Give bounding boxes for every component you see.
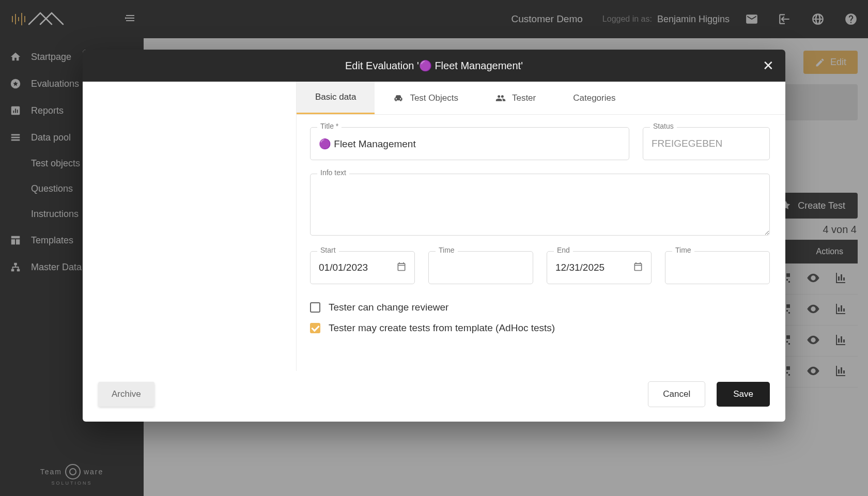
start-date-field: Start bbox=[310, 251, 415, 284]
close-icon[interactable]: ✕ bbox=[763, 59, 774, 72]
tab-label: Tester bbox=[512, 93, 536, 103]
start-time-field: Time bbox=[428, 251, 533, 284]
adhoc-tests-checkbox[interactable]: Tester may create tests from template (A… bbox=[310, 322, 770, 334]
status-field: Status FREIGEGEBEN bbox=[643, 127, 770, 160]
info-text-input[interactable] bbox=[310, 174, 770, 236]
end-time-field: Time bbox=[665, 251, 770, 284]
title-field: Title * bbox=[310, 127, 629, 160]
tab-tester[interactable]: Tester bbox=[477, 82, 554, 114]
tab-label: Basic data bbox=[315, 92, 356, 102]
modal-title: Edit Evaluation '🟣 Fleet Management' bbox=[345, 59, 523, 72]
checkbox-icon bbox=[310, 302, 320, 313]
form-area: Title * Status FREIGEGEBEN Info text bbox=[297, 115, 785, 371]
status-label: Status bbox=[650, 122, 677, 130]
modal-header: Edit Evaluation '🟣 Fleet Management' ✕ bbox=[83, 50, 785, 82]
checkbox-icon bbox=[310, 323, 320, 333]
edit-evaluation-modal: Edit Evaluation '🟣 Fleet Management' ✕ B… bbox=[83, 50, 785, 422]
archive-button[interactable]: Archive bbox=[98, 382, 154, 407]
tab-basic-data[interactable]: Basic data bbox=[297, 82, 375, 114]
car-icon bbox=[393, 93, 404, 103]
cancel-button[interactable]: Cancel bbox=[648, 381, 705, 407]
info-text-label: Info text bbox=[317, 168, 349, 177]
start-time-label: Time bbox=[436, 246, 458, 254]
status-value: FREIGEGEBEN bbox=[643, 127, 770, 160]
info-text-field: Info text bbox=[310, 174, 770, 238]
tab-label: Categories bbox=[573, 93, 615, 103]
end-date-field: End bbox=[547, 251, 652, 284]
start-time-input[interactable] bbox=[428, 251, 533, 284]
title-label: Title * bbox=[317, 122, 342, 130]
tab-test-objects[interactable]: Test Objects bbox=[375, 82, 477, 114]
title-input[interactable] bbox=[310, 127, 629, 160]
tab-label: Test Objects bbox=[410, 93, 458, 103]
save-button[interactable]: Save bbox=[717, 382, 770, 407]
calendar-icon[interactable] bbox=[396, 261, 407, 274]
tab-categories[interactable]: Categories bbox=[554, 82, 634, 114]
end-label: End bbox=[554, 246, 573, 254]
modal-tabs: Basic data Test Objects Tester Categorie… bbox=[297, 82, 785, 115]
end-time-input[interactable] bbox=[665, 251, 770, 284]
calendar-icon[interactable] bbox=[633, 261, 643, 274]
modal-footer: Archive Cancel Save bbox=[83, 371, 785, 422]
checkbox-label: Tester can change reviewer bbox=[329, 302, 448, 313]
checkbox-label: Tester may create tests from template (A… bbox=[329, 322, 555, 334]
start-label: Start bbox=[317, 246, 339, 254]
people-icon bbox=[495, 93, 506, 103]
modal-left-pane bbox=[83, 82, 297, 371]
change-reviewer-checkbox[interactable]: Tester can change reviewer bbox=[310, 302, 770, 313]
end-time-label: Time bbox=[672, 246, 694, 254]
